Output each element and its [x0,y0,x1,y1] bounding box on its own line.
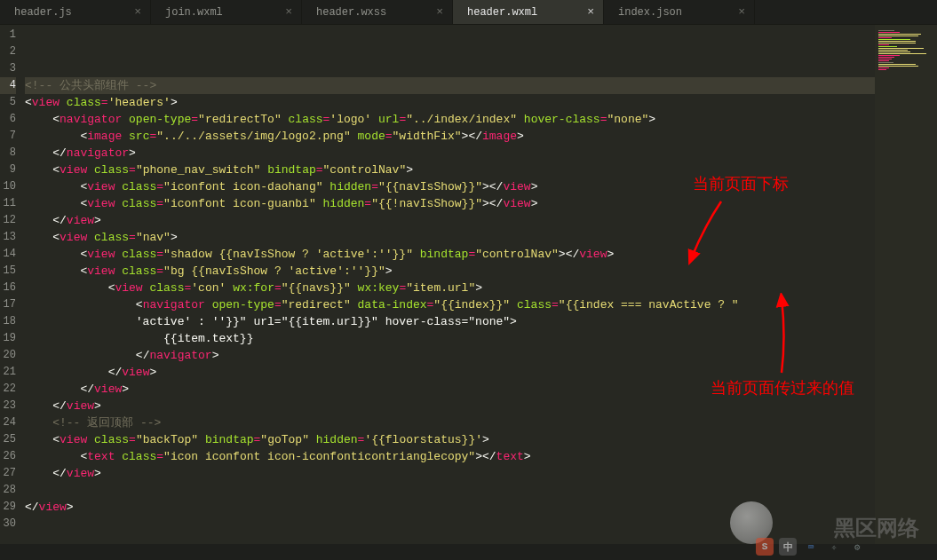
line-number: 12 [0,212,16,229]
line-number: 9 [0,162,16,178]
code-line[interactable] [25,516,875,532]
tab-index-json[interactable]: index.json × [604,0,755,24]
code-line[interactable] [25,43,875,60]
line-number: 11 [0,195,16,212]
close-icon[interactable]: × [738,5,745,19]
code-line[interactable]: <view class="shadow {{navIsShow ? 'activ… [25,246,875,263]
tab-header-wxml[interactable]: header.wxml × [453,0,604,24]
line-number: 21 [0,364,16,381]
line-number: 10 [0,178,16,195]
line-number: 26 [0,448,16,465]
line-number: 13 [0,229,16,246]
line-number: 3 [0,60,16,77]
line-number: 20 [0,347,16,364]
tab-join-wxml[interactable]: join.wxml × [151,0,302,24]
tab-label: header.wxml [467,6,537,19]
code-line[interactable]: </view> [25,212,875,229]
tab-label: header.wxss [316,6,386,19]
code-line[interactable]: <view class="backTop" bindtap="goTop" hi… [25,431,875,448]
code-line[interactable]: </navigator> [25,145,875,162]
line-number-gutter: 1234567891011121314151617181920212223242… [0,25,20,560]
code-line[interactable] [25,60,875,77]
code-line[interactable]: <view class="phone_nav_switch" bindtap="… [25,162,875,178]
line-number: 29 [0,499,16,516]
code-line[interactable]: <view class="iconfont icon-guanbi" hidde… [25,195,875,212]
line-number: 25 [0,431,16,448]
code-line[interactable]: <navigator open-type="redirect" data-ind… [25,296,875,313]
line-number: 15 [0,263,16,280]
code-line[interactable]: <view class="nav"> [25,229,875,246]
line-number: 22 [0,381,16,398]
code-line[interactable]: </view> [25,465,875,482]
tab-header-js[interactable]: header.js × [0,0,151,24]
code-line[interactable]: <!-- 公共头部组件 --> [25,77,875,94]
line-number: 19 [0,330,16,347]
code-line[interactable]: <text class="icon iconfont icon-iconfont… [25,448,875,465]
code-line[interactable]: </view> [25,381,875,398]
code-line[interactable]: <view class="iconfont icon-daohang" hidd… [25,178,875,195]
code-line[interactable]: </view> [25,364,875,381]
tab-label: index.json [618,6,682,19]
code-line[interactable]: <!-- 返回顶部 --> [25,414,875,431]
line-number: 5 [0,94,16,111]
line-number: 27 [0,465,16,482]
line-number: 6 [0,111,16,128]
close-icon[interactable]: × [134,5,141,19]
code-line[interactable]: </view> [25,499,875,516]
close-icon[interactable]: × [436,5,443,19]
line-number: 4 [0,77,16,94]
tab-label: header.js [14,6,72,19]
line-number: 23 [0,398,16,414]
line-number: 28 [0,482,16,499]
line-number: 2 [0,43,16,60]
code-line[interactable]: <view class="bg {{navIsShow ? 'active':'… [25,263,875,280]
code-line[interactable]: {{item.text}} [25,330,875,347]
tab-bar: header.js × join.wxml × header.wxss × he… [0,0,937,25]
code-line[interactable]: <view class='con' wx:for="{{navs}}" wx:k… [25,280,875,296]
close-icon[interactable]: × [587,5,594,19]
code-line[interactable]: <view class='headers'> [25,94,875,111]
tab-header-wxss[interactable]: header.wxss × [302,0,453,24]
minimap[interactable] [875,25,937,560]
line-number: 17 [0,296,16,313]
line-number: 18 [0,313,16,330]
code-area[interactable]: <!-- 公共头部组件 --><view class='headers'> <n… [20,25,875,560]
code-line[interactable]: </navigator> [25,347,875,364]
line-number: 7 [0,128,16,145]
tab-label: join.wxml [165,6,223,19]
line-number: 16 [0,280,16,296]
line-number: 1 [0,27,16,43]
code-line[interactable]: </view> [25,398,875,414]
line-number: 24 [0,414,16,431]
line-number: 14 [0,246,16,263]
line-number: 8 [0,145,16,162]
code-line[interactable]: 'active' : ''}}" url="{{item.url}}" hove… [25,313,875,330]
code-line[interactable]: <navigator open-type="redirectTo" class=… [25,111,875,128]
line-number: 30 [0,516,16,532]
code-line[interactable]: <image src="../../assets/img/logo2.png" … [25,128,875,145]
editor: 1234567891011121314151617181920212223242… [0,25,937,560]
code-line[interactable] [25,27,875,43]
status-bar [0,544,937,560]
code-line[interactable] [25,482,875,499]
close-icon[interactable]: × [285,5,292,19]
